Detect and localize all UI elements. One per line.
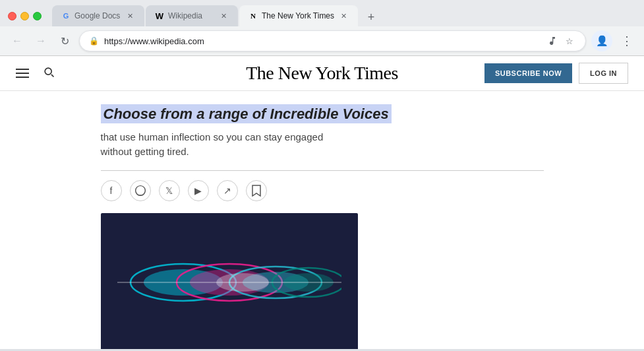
minimize-traffic-light[interactable]: [20, 12, 29, 20]
new-tab-button[interactable]: +: [362, 8, 380, 26]
forward-button[interactable]: →: [32, 32, 50, 50]
log-in-button[interactable]: LOG IN: [579, 63, 628, 84]
close-traffic-light[interactable]: [8, 12, 16, 20]
article-headline-wrapper: Choose from a range of Incredible Voices: [101, 104, 544, 125]
bookmark-button[interactable]: [246, 180, 267, 201]
tab-wikipedia-label: Wikipedia: [168, 11, 214, 20]
wikipedia-favicon: W: [155, 11, 164, 20]
reload-button[interactable]: ↻: [55, 32, 74, 50]
title-bar: G Google Docs ✕ W Wikipedia ✕ N The New …: [0, 0, 644, 26]
search-button[interactable]: [42, 65, 55, 82]
nyt-logo: The New York Times: [246, 63, 398, 84]
tab-google-docs-label: Google Docs: [74, 11, 121, 20]
star-icon[interactable]: ☆: [563, 34, 576, 48]
tab-bar: G Google Docs ✕ W Wikipedia ✕ N The New …: [52, 5, 636, 26]
svg-point-9: [216, 273, 269, 292]
music-note-icon[interactable]: [546, 34, 559, 48]
nyt-header: The New York Times SUBSCRIBE NOW LOG IN: [0, 56, 644, 91]
tab-wikipedia-close[interactable]: ✕: [218, 11, 229, 21]
article-image: [101, 213, 358, 349]
hamburger-menu-button[interactable]: [16, 69, 29, 78]
lock-icon: 🔒: [89, 36, 99, 46]
browser-chrome: G Google Docs ✕ W Wikipedia ✕ N The New …: [0, 0, 644, 56]
nyt-actions: SUBSCRIBE NOW LOG IN: [484, 63, 628, 84]
traffic-lights: [8, 12, 42, 20]
google-docs-favicon: G: [61, 11, 71, 20]
twitter-share-button[interactable]: 𝕏: [159, 180, 180, 201]
forward-share-button[interactable]: ↗: [217, 180, 238, 201]
whatsapp-share-button[interactable]: [130, 180, 151, 201]
facebook-share-button[interactable]: f: [101, 180, 122, 201]
article-content: Choose from a range of Incredible Voices…: [85, 91, 560, 349]
tab-google-docs[interactable]: G Google Docs ✕: [52, 5, 144, 26]
tab-google-docs-close[interactable]: ✕: [125, 11, 135, 21]
article-divider: [101, 170, 544, 171]
address-bar-row: ← → ↻ 🔒 https://www.wikipedia.com ☆ 👤 ⋮: [0, 26, 644, 55]
nyt-nav-left: [16, 65, 55, 82]
subscribe-now-button[interactable]: SUBSCRIBE NOW: [484, 63, 572, 83]
tab-nyt-label: The New York Times: [262, 11, 334, 20]
social-share-bar: f 𝕏 ▶ ↗: [101, 180, 544, 201]
tab-nyt[interactable]: N The New York Times ✕: [239, 5, 358, 26]
back-button[interactable]: ←: [8, 32, 26, 50]
address-bar-icons: ☆: [546, 34, 576, 48]
url-text: https://www.wikipedia.com: [104, 36, 541, 46]
nyt-logo-text: The New York Times: [246, 63, 398, 83]
account-icon[interactable]: 👤: [591, 30, 612, 51]
article-subtext: that use human inflection so you can sta…: [101, 130, 544, 160]
address-bar[interactable]: 🔒 https://www.wikipedia.com ☆: [79, 30, 586, 51]
maximize-traffic-light[interactable]: [33, 12, 42, 20]
voice-wave-visualization: [117, 256, 341, 309]
article-headline: Choose from a range of Incredible Voices: [101, 104, 392, 123]
browser-menu-button[interactable]: ⋮: [618, 32, 636, 50]
youtube-share-button[interactable]: ▶: [188, 180, 209, 201]
webpage-content: The New York Times SUBSCRIBE NOW LOG IN …: [0, 56, 644, 349]
nyt-favicon: N: [249, 11, 258, 20]
tab-nyt-close[interactable]: ✕: [338, 11, 349, 21]
tab-wikipedia[interactable]: W Wikipedia ✕: [146, 5, 238, 26]
